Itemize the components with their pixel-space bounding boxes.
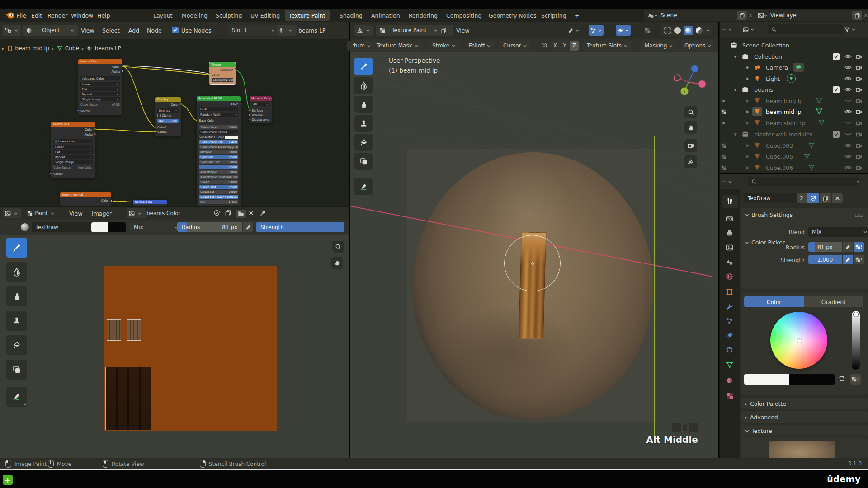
nav-gizmo[interactable]: Y [669, 61, 708, 99]
menu-edit[interactable]: Edit [28, 9, 45, 21]
render-visibility-icon[interactable] [855, 98, 862, 104]
outliner-row-light[interactable]: Light [720, 73, 868, 84]
tool-smear[interactable] [354, 96, 373, 113]
eye-closed-icon[interactable] [844, 131, 852, 138]
foreground-color-bar[interactable] [744, 374, 789, 385]
secondary-color-swatch[interactable] [108, 222, 126, 232]
workspace-tab-geometry-nodes[interactable]: Geometry Nodes [485, 10, 540, 21]
workspace-tab-compositing[interactable]: Compositing [442, 10, 486, 21]
brush-name-field[interactable]: TexDraw [32, 222, 96, 232]
workspace-tab-texture-paint[interactable]: Texture Paint [285, 10, 330, 21]
shading-rendered-button[interactable] [696, 27, 703, 34]
image-tool-annotate[interactable] [6, 387, 27, 407]
options-dropdown[interactable]: Options [681, 41, 715, 51]
tab-tool[interactable] [722, 195, 738, 208]
eye-icon[interactable] [844, 164, 852, 171]
outliner-row-plaster-wall-modules[interactable]: plaster wall modules [720, 129, 868, 140]
tool-draw[interactable] [354, 58, 373, 75]
xray-toggle[interactable] [643, 25, 652, 36]
brush-unlink-button[interactable] [832, 193, 843, 203]
brush-settings-header[interactable]: Brush Settings ◫◫ [741, 208, 868, 218]
editor-type-button-image[interactable] [3, 208, 21, 218]
collection-checkbox[interactable] [833, 131, 840, 138]
image-menu-image[interactable]: Image* [89, 208, 115, 219]
outliner-row-cube-005[interactable]: Cube.005 [720, 151, 868, 162]
image-zoom-button[interactable] [332, 241, 344, 253]
use-nodes-checkbox[interactable] [172, 27, 179, 33]
outliner-row-camera[interactable]: Camera [720, 62, 868, 73]
primary-color-swatch[interactable] [91, 222, 108, 232]
node-image-texture-2[interactable]: beams Uvs Color Alpha beams Uvs Linear F… [51, 122, 95, 178]
fake-user-toggle[interactable] [807, 193, 819, 203]
advanced-panel[interactable]: ▸Advanced [741, 411, 868, 423]
outliner-row-beam-mid-lp[interactable]: beam mid lp [720, 106, 868, 117]
texture-panel[interactable]: Texture [741, 425, 868, 436]
value-slider-handle[interactable] [853, 312, 859, 317]
shader-type-dropdown[interactable]: Object [23, 25, 78, 36]
render-visibility-icon[interactable] [855, 64, 862, 71]
radius-pressure-toggle[interactable] [243, 222, 253, 232]
tool-annotate[interactable] [354, 178, 373, 195]
eye-icon[interactable] [844, 86, 852, 93]
tab-render[interactable] [722, 212, 738, 225]
mirror-y-toggle[interactable]: Y [560, 41, 569, 51]
scene-selector[interactable]: Scene [644, 10, 756, 21]
image-open-folder-icon[interactable] [236, 210, 246, 218]
scene-copy-button[interactable] [737, 11, 747, 20]
mirror-x-toggle[interactable]: X [551, 41, 560, 51]
image-browse-button[interactable] [127, 208, 146, 218]
gradient-tab[interactable]: Gradient [804, 296, 863, 307]
tab-view-layer[interactable] [722, 241, 738, 254]
shading-material-button[interactable] [684, 26, 693, 35]
tab-modifiers[interactable] [722, 300, 738, 313]
tab-object[interactable] [722, 286, 738, 298]
tool-clone[interactable] [354, 115, 373, 132]
workspace-tab-uv-editing[interactable]: UV Editing [246, 10, 284, 21]
node-editor-canvas[interactable]: ▸ beam mid lp ▸ Cube ▸ beams LP beams Co… [0, 39, 349, 206]
render-visibility-icon[interactable] [855, 53, 862, 60]
image-menu-view[interactable]: View [66, 208, 86, 219]
color-wheel[interactable] [770, 312, 827, 369]
value-slider[interactable] [852, 311, 860, 370]
tab-object-data[interactable] [722, 359, 738, 371]
viewport-ortho-button[interactable] [684, 155, 697, 168]
texture-preview-thumbnail[interactable] [769, 441, 835, 459]
eye-closed-icon[interactable] [844, 119, 852, 127]
tab-texture[interactable] [722, 389, 738, 402]
image-tool-smear[interactable] [6, 286, 27, 306]
workspace-tab-sculpting[interactable]: Sculpting [212, 10, 246, 21]
menu-window[interactable]: Window [68, 9, 96, 21]
image-mode-dropdown[interactable]: Paint [24, 208, 58, 218]
pin-icon[interactable] [259, 210, 266, 216]
blend-dropdown[interactable]: Mix [808, 227, 868, 237]
mode-dropdown-texture-paint[interactable]: Texture Paint [376, 25, 441, 36]
tool-mask[interactable] [354, 153, 373, 170]
node-image-texture-1[interactable]: beams Color Color Alpha beams Color Line… [78, 59, 122, 115]
node-image-texture-normal[interactable]: beams normal Color [60, 192, 111, 206]
annotation-dropdown[interactable] [566, 25, 581, 36]
eye-icon[interactable] [844, 53, 852, 60]
color-tab[interactable]: Color [744, 296, 804, 307]
brush-datablock-field[interactable]: TexDraw [744, 193, 799, 203]
texture-mask-dropdown[interactable]: Texture Mask [373, 41, 422, 51]
stroke-dropdown[interactable]: Stroke [429, 41, 459, 51]
tab-world[interactable] [722, 270, 738, 283]
workspace-tab-scripting[interactable]: Scripting [537, 10, 571, 21]
viewport-canvas[interactable]: User Perspective (1) beam mid lp Y [350, 52, 718, 458]
texture-dropdown[interactable]: Texture [347, 41, 374, 51]
blend-mode-dropdown[interactable]: Mix [130, 222, 182, 232]
add-workspace-button[interactable]: + [571, 10, 583, 21]
tool-fill[interactable] [354, 134, 373, 151]
cursor-dropdown[interactable]: Cursor [500, 41, 530, 51]
masking-dropdown[interactable]: Masking [641, 41, 676, 51]
material-browse-button[interactable] [277, 25, 297, 36]
editor-type-button-viewport[interactable] [354, 25, 373, 36]
paint-slots-icon-button[interactable] [439, 25, 453, 36]
viewlayer-selector[interactable]: ViewLayer [754, 10, 868, 21]
outliner-row-scene-collection[interactable]: Scene Collection [720, 40, 868, 51]
props-strength-slider[interactable]: 1.000 [808, 255, 842, 264]
workspace-tab-shading[interactable]: Shading [335, 10, 367, 21]
texture-slots-dropdown[interactable]: Texture Slots [583, 41, 631, 51]
tab-physics[interactable] [722, 329, 738, 342]
render-visibility-icon[interactable] [855, 108, 862, 115]
